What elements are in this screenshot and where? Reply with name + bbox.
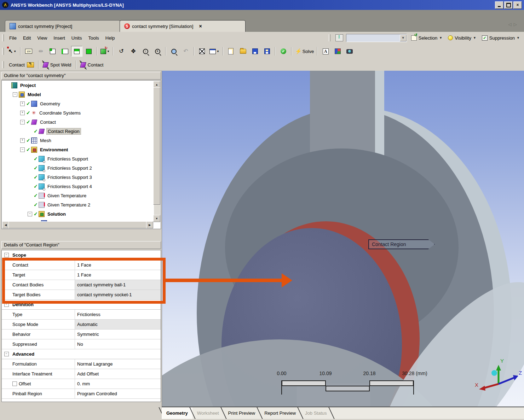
tree-item-solution[interactable]: −✓Solution xyxy=(2,209,154,218)
scroll-left-icon[interactable]: ◀ xyxy=(2,221,9,228)
tree-item-frictionless-support-4[interactable]: ✓Frictionless Support 4 xyxy=(2,182,154,191)
tab-nav-arrows[interactable]: ◁▷ xyxy=(508,22,519,27)
tree-item-coordinate-systems[interactable]: +✓✳Coordinate Systems xyxy=(2,108,154,117)
solve-button[interactable]: ⚡Solve xyxy=(294,46,315,57)
view-tab-job-status[interactable]: Job Status xyxy=(300,407,331,419)
section-collapse-icon[interactable]: − xyxy=(4,352,9,356)
details-value-cell[interactable]: Program Controlled xyxy=(75,389,161,398)
tree-expander-icon[interactable]: + xyxy=(20,138,25,143)
context-group[interactable]: Contact xyxy=(6,62,37,68)
menu-item-file[interactable]: File xyxy=(6,34,20,42)
minimize-button[interactable] xyxy=(495,1,503,9)
scroll-down-icon[interactable]: ▼ xyxy=(153,215,160,222)
tree-item-given-temperature-2[interactable]: ✓Given Temperature 2 xyxy=(2,200,154,209)
annotation-button[interactable]: A xyxy=(320,46,331,57)
contact-region-annotation[interactable]: Contact Region xyxy=(368,239,435,249)
geometry-viewport[interactable]: Contact Region 0.00 10.09 20.18 30.28 (m… xyxy=(162,71,524,407)
tree-expander-icon[interactable]: − xyxy=(13,92,17,97)
details-value-cell[interactable]: 0. mm xyxy=(75,379,161,389)
zoom-in-button[interactable]: + xyxy=(152,46,163,57)
combobox-dropdown-icon[interactable]: ▼ xyxy=(400,35,407,41)
body-select-button[interactable] xyxy=(83,46,94,57)
h-scroll-thumb[interactable] xyxy=(8,221,147,228)
menu-item-tools[interactable]: Tools xyxy=(85,34,102,42)
details-value-cell[interactable]: Normal Lagrange xyxy=(75,359,161,369)
named-selection-combobox[interactable]: ▼ xyxy=(346,34,407,42)
maximize-button[interactable] xyxy=(504,1,513,9)
image-button[interactable] xyxy=(332,46,343,57)
menu-item-view[interactable]: View xyxy=(34,34,50,42)
section-collapse-icon[interactable]: − xyxy=(4,253,9,257)
details-value-cell[interactable]: Add Offset xyxy=(75,369,161,379)
scroll-right-icon[interactable]: ▶ xyxy=(146,221,153,228)
tab-project[interactable]: contact symmetry [Project] xyxy=(5,20,120,32)
environment-icon xyxy=(31,147,37,153)
tree-expander-icon[interactable]: − xyxy=(20,147,25,152)
select-mode-button[interactable]: ↖▼ xyxy=(7,46,18,57)
tree-item-frictionless-support-3[interactable]: ✓Frictionless Support 3 xyxy=(2,173,154,182)
menu-item-help[interactable]: Help xyxy=(102,34,118,42)
pan-button[interactable]: ✥ xyxy=(128,46,139,57)
solution-icon xyxy=(39,211,45,217)
details-value-cell[interactable]: No xyxy=(75,339,161,349)
validate-button[interactable]: ✓ xyxy=(278,46,289,57)
details-value-cell[interactable]: Symmetric xyxy=(75,329,161,339)
tree-expander-icon[interactable]: − xyxy=(20,120,25,124)
selection-dropdown[interactable]: Selection ▼ xyxy=(410,35,444,41)
tree-item-given-temperature[interactable]: ✓Given Temperature xyxy=(2,191,154,200)
viewports-button[interactable]: ▼ xyxy=(208,46,220,57)
spot-weld-button[interactable]: Spot Weld xyxy=(40,62,74,68)
tree-item-contact-region[interactable]: ✓Contact Region xyxy=(2,127,154,136)
details-gutter: − xyxy=(2,349,11,359)
tree-expander-icon[interactable]: + xyxy=(20,101,25,106)
close-button[interactable]: × xyxy=(513,1,522,9)
pick-labels-button[interactable]: 100 xyxy=(23,46,34,57)
tree-expander-icon[interactable]: − xyxy=(28,212,32,216)
tab-simulation[interactable]: S contact symmetry [Simulation] × xyxy=(120,20,246,32)
tree-item-model[interactable]: −Model xyxy=(2,90,154,99)
orientation-triad[interactable]: Y X Z xyxy=(473,356,523,399)
tree-item-contact[interactable]: −✓Contact xyxy=(2,117,154,127)
tree-item-environment[interactable]: −✓Environment xyxy=(2,145,154,154)
open-file-button[interactable] xyxy=(237,46,249,57)
menu-item-edit[interactable]: Edit xyxy=(20,34,34,42)
menu-item-units[interactable]: Units xyxy=(68,34,85,42)
adjacent-select-button[interactable]: ⇹ xyxy=(35,46,46,57)
details-gutter xyxy=(2,320,11,329)
zoom-button[interactable]: ↕ xyxy=(140,46,151,57)
tree-item-mesh[interactable]: +✓Mesh xyxy=(2,136,154,145)
save-all-button[interactable] xyxy=(261,46,273,57)
tree-item-project[interactable]: Project xyxy=(2,81,154,90)
details-value-cell[interactable]: Frictionless xyxy=(75,310,161,319)
face-select-button[interactable] xyxy=(71,46,82,57)
scroll-up-icon[interactable]: ▲ xyxy=(153,81,160,88)
snapshot-button[interactable] xyxy=(344,46,355,57)
visibility-label: Visibility xyxy=(455,35,471,41)
contact-button[interactable]: Contact xyxy=(78,62,106,68)
view-tab-geometry[interactable]: Geometry xyxy=(162,407,192,419)
save-button[interactable] xyxy=(249,46,261,57)
previous-view-button[interactable]: ↶ xyxy=(180,46,191,57)
new-file-button[interactable] xyxy=(225,46,237,57)
named-selection-icon[interactable] xyxy=(335,34,343,41)
suppression-dropdown[interactable]: ✓ Suppression ▼ xyxy=(480,35,521,41)
edge-select-button[interactable] xyxy=(59,46,70,57)
v-scroll-thumb[interactable] xyxy=(153,87,160,205)
tree-item-geometry[interactable]: +✓Geometry xyxy=(2,99,154,108)
view-tab-report-preview[interactable]: Report Preview xyxy=(260,407,300,419)
tab-close-icon[interactable]: × xyxy=(199,23,202,29)
tree-item-frictionless-support[interactable]: ✓Frictionless Support xyxy=(2,154,154,163)
visibility-dropdown[interactable]: Visibility ▼ xyxy=(447,35,478,41)
tree-item-frictionless-support-2[interactable]: ✓Frictionless Support 2 xyxy=(2,163,154,173)
vertex-select-button[interactable] xyxy=(47,46,58,57)
rotate-button[interactable]: ↺ xyxy=(116,46,127,57)
box-zoom-button[interactable] xyxy=(168,46,179,57)
view-tab-print-preview[interactable]: Print Preview xyxy=(224,407,260,419)
menu-item-insert[interactable]: Insert xyxy=(50,34,68,42)
tree-item-label: Mesh xyxy=(39,138,52,144)
view-tab-worksheet[interactable]: Worksheet xyxy=(192,407,224,419)
offset-checkbox[interactable] xyxy=(12,381,17,386)
tree-expander-icon[interactable]: + xyxy=(20,111,25,115)
view-orientation-button[interactable]: ▼ xyxy=(99,46,111,57)
wireframe-button[interactable] xyxy=(196,46,208,57)
